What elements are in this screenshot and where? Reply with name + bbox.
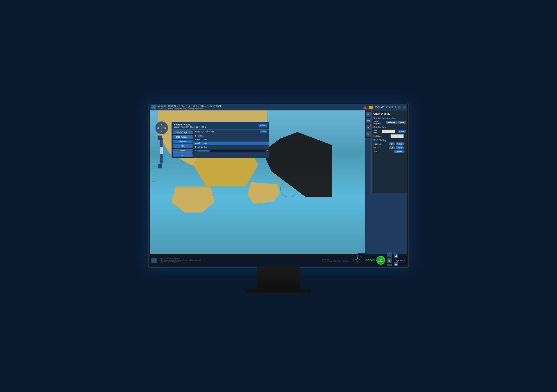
search-btn-other[interactable]: Other: [172, 149, 193, 153]
search-scrollbar[interactable]: ◀ ▶: [193, 149, 269, 152]
search-dialog: Search Results Search Point: 37° 45.2 N …: [172, 122, 269, 158]
search-btn-ais[interactable]: AIS: [172, 153, 193, 157]
search-btn-aio[interactable]: AIO: [172, 144, 193, 148]
end-date-row: End Date ▾: [373, 134, 406, 138]
svg-marker-4: [357, 256, 358, 259]
other-row: Other Off Filters ▾: [373, 146, 406, 149]
phone-icon-area: 📞: [151, 258, 158, 263]
standard-label: Standard: [373, 143, 388, 145]
zoom-out-button[interactable]: −: [157, 164, 162, 168]
zoom-in-button[interactable]: +: [157, 136, 162, 140]
scrollbar-track[interactable]: [197, 150, 266, 152]
search-result-1[interactable]: Depth contour: [193, 138, 269, 142]
other-toggle[interactable]: Off: [389, 146, 395, 149]
gear-icon-button[interactable]: ⚙: [366, 131, 371, 136]
other-filters-dropdown-icon[interactable]: ▾: [404, 147, 406, 149]
layers-icon: ⊞: [367, 113, 369, 116]
touch-icon-button[interactable]: ☝: [387, 258, 392, 263]
depth-label-2: 24N5E: [151, 151, 156, 152]
land-mass-3: [172, 186, 215, 213]
start-date-input[interactable]: [382, 130, 395, 133]
search-dialog-subtitle: Search Point: 37° 45.2 N 024° 08.5 E: [174, 126, 206, 128]
chart-projection-info: Mercator Projection 37° 45.2 N 024° 08.5…: [157, 105, 363, 110]
search-dialog-body: Units & Lege... ENC Feature... NavTex AI…: [172, 130, 269, 158]
database-icon: ◈: [367, 126, 369, 129]
nav-center-icon[interactable]: ⊕: [161, 127, 163, 129]
nav-left-arrow[interactable]: ◀: [156, 126, 159, 130]
save-button[interactable]: Save: [398, 121, 406, 124]
nav-circle-control[interactable]: ▲ ▼ ◀ ▶ ⊕: [155, 121, 168, 134]
search-btn-units[interactable]: Units & Lege...: [172, 130, 193, 134]
search-dialog-title: Search Results: [174, 123, 206, 126]
scroll-left-arrow[interactable]: ◀: [194, 149, 196, 152]
model-info: Model no: Serial number: ENC-1401, FA12,…: [322, 259, 350, 262]
standard-row: Standard On Filters ▾: [373, 142, 406, 145]
reset-button[interactable]: Reset: [398, 130, 406, 133]
help-button[interactable]: ?: [403, 106, 406, 109]
search-btn-enc[interactable]: ENC Feature...: [172, 135, 193, 139]
standard-toggle[interactable]: On: [389, 142, 395, 145]
text-options-button[interactable]: Options: [394, 150, 404, 153]
search-dialog-header: Search Results Search Point: 37° 45.2 N …: [172, 122, 269, 130]
svg-marker-5: [357, 261, 358, 264]
search-result-2[interactable]: Depth contour: [193, 142, 269, 145]
top-bar-right: 09-Oct-2019 15:39:10 ⊟ ?: [363, 106, 406, 109]
nav-down-arrow[interactable]: ▼: [160, 130, 163, 133]
depth-label-1: 25N8E: [151, 136, 156, 137]
other-filters-button[interactable]: Filters: [396, 146, 404, 149]
search-result-0[interactable]: Sounding: [193, 134, 269, 138]
map-area[interactable]: 25N8E 24N5E 24N2E 23N9E ✕ ▲ ▼ ◀ ▶ ⊕: [150, 111, 365, 254]
svg-marker-6: [354, 259, 357, 260]
nav-right-arrow[interactable]: ▶: [164, 126, 167, 130]
search-right-panel: Category C Attributes: Hide Sounding Dep…: [193, 130, 269, 158]
monitor-icon-button[interactable]: ⊟: [398, 106, 401, 109]
standard-filters-button[interactable]: Filters: [396, 142, 404, 145]
search-left-panel: Units & Lege... ENC Feature... NavTex AI…: [172, 130, 193, 158]
warning-triangle-icon: [363, 106, 367, 109]
notification-dot: [370, 124, 371, 126]
search-close-button[interactable]: Close: [258, 124, 267, 128]
start-date-dropdown-icon[interactable]: ▾: [396, 130, 397, 132]
layers-icon-button[interactable]: ⊞: [366, 112, 371, 117]
monitor-stand: [257, 267, 300, 293]
gear-icon: ⚙: [367, 132, 369, 136]
search-btn-navtex[interactable]: NavTex: [172, 140, 193, 144]
phone-icon-button[interactable]: 📞: [151, 258, 157, 263]
options-dropdown-button[interactable]: Options ▾: [386, 121, 397, 124]
power-button[interactable]: ⏻ ON/OFF: [377, 256, 385, 264]
datetime-display: 09-Oct-2019 15:39:10: [375, 106, 396, 109]
display-configurations-title: Display Configurations: [373, 117, 406, 119]
next-page-button[interactable]: ▶: [394, 262, 398, 266]
land-mass-4: [248, 182, 280, 204]
end-date-dropdown-icon[interactable]: ▾: [404, 135, 406, 137]
text-row: Text Options ▾: [373, 150, 406, 153]
end-date-label: End Date: [373, 135, 390, 137]
prev-page-button[interactable]: ◀: [394, 254, 398, 258]
manufacturer-info: Manufacturer name: Jeppesen Manufacturer…: [158, 258, 322, 262]
monitor-screen: Mercator Projection 37° 45.2 N 024° 08.5…: [150, 104, 407, 266]
map-icon: 🗺: [367, 119, 370, 122]
app-logo: [151, 105, 156, 109]
database-icon-button[interactable]: ◈: [366, 125, 371, 130]
other-label: Other: [373, 147, 388, 149]
map-icon-button[interactable]: 🗺: [366, 118, 371, 123]
status-rect-icon: [369, 106, 373, 109]
scroll-right-arrow[interactable]: ▶: [267, 149, 268, 152]
nav-up-arrow[interactable]: ▲: [160, 123, 163, 126]
refresh-icon-button[interactable]: ↺: [387, 252, 392, 257]
hide-button[interactable]: Hide: [260, 130, 267, 133]
page-controls: ◀ Page 1 of 4 ▶: [394, 254, 406, 266]
start-date-row: Start Date ▾ Reset: [373, 129, 406, 134]
nav-controls: ▲ ▼ ◀ ▶ ⊕ + −: [154, 121, 169, 134]
sun-icon-button[interactable]: ☀: [387, 264, 392, 266]
display-date-title: Display Date: [373, 126, 406, 128]
text-options-dropdown-icon[interactable]: ▾: [404, 151, 406, 153]
zoom-slider[interactable]: [160, 138, 163, 164]
end-date-input[interactable]: [391, 134, 404, 138]
chart-panel-title: Chart Display: [373, 112, 406, 115]
compass-rose: [352, 254, 363, 266]
standard-filters-dropdown-icon[interactable]: ▾: [404, 143, 406, 145]
scrollbar-thumb[interactable]: [197, 150, 210, 152]
saved-displays-label: Saved Displays:: [373, 120, 385, 125]
search-result-3[interactable]: Depth contour: [193, 145, 269, 149]
